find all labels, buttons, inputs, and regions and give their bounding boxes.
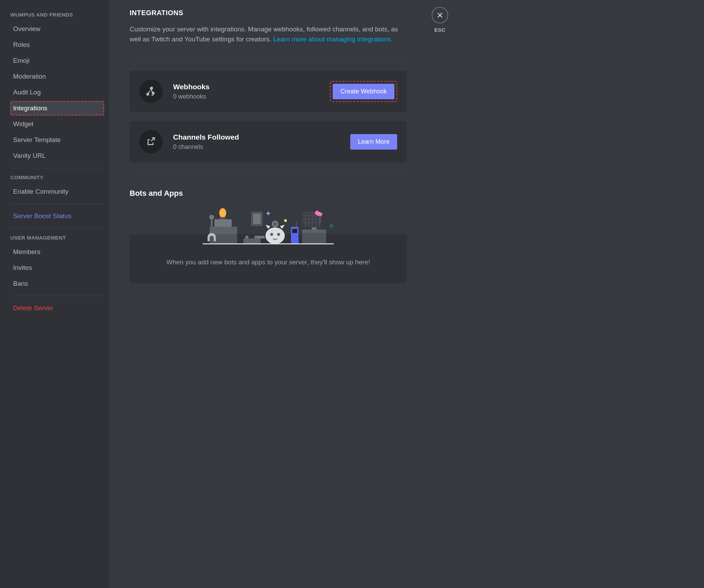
sidebar-divider — [10, 204, 104, 204]
page-title: INTEGRATIONS — [130, 9, 407, 17]
sidebar-item-vanity-url[interactable]: Vanity URL — [10, 149, 104, 163]
sidebar-header-server: WUMPUS AND FRIENDS — [10, 10, 104, 20]
main-content: ESC INTEGRATIONS Customize your server w… — [109, 0, 419, 588]
channels-followed-title: Channels Followed — [173, 133, 350, 141]
sidebar-item-enable-community[interactable]: Enable Community — [10, 184, 104, 199]
webhooks-count: 0 webhooks — [173, 93, 330, 100]
svg-rect-18 — [296, 221, 297, 227]
webhooks-card: Webhooks 0 webhooks Create Webhook — [130, 71, 407, 112]
page-description: Customize your server with integrations.… — [130, 24, 407, 44]
bots-apps-title: Bots and Apps — [130, 189, 407, 198]
svg-rect-21 — [312, 227, 316, 230]
sidebar-header-user-management: USER MANAGEMENT — [10, 233, 104, 243]
learn-more-wrap: Learn More — [350, 134, 397, 150]
learn-more-button[interactable]: Learn More — [350, 134, 397, 150]
channels-followed-count: 0 channels — [173, 143, 350, 151]
content-divider — [130, 175, 407, 176]
close-icon — [432, 7, 448, 23]
sidebar-item-overview[interactable]: Overview — [10, 22, 104, 36]
sidebar-divider — [10, 228, 104, 229]
sidebar-item-integrations[interactable]: Integrations — [10, 101, 104, 115]
svg-rect-17 — [292, 229, 297, 233]
svg-rect-0 — [203, 243, 334, 244]
sidebar-item-audit-log[interactable]: Audit Log — [10, 85, 104, 100]
settings-sidebar: WUMPUS AND FRIENDS Overview Roles Emoji … — [0, 0, 109, 588]
svg-rect-3 — [214, 219, 232, 227]
sidebar-item-invites[interactable]: Invites — [10, 261, 104, 275]
svg-rect-9 — [253, 214, 261, 224]
svg-point-12 — [270, 233, 273, 236]
sidebar-header-community: COMMUNITY — [10, 173, 104, 182]
svg-rect-7 — [211, 219, 212, 227]
svg-rect-23 — [319, 216, 321, 223]
svg-rect-24 — [243, 239, 261, 243]
sidebar-item-bans[interactable]: Bans — [10, 276, 104, 291]
svg-point-13 — [277, 233, 280, 236]
create-webhook-button[interactable]: Create Webhook — [333, 84, 394, 99]
close-button[interactable]: ESC — [432, 7, 448, 33]
sidebar-divider — [10, 296, 104, 296]
webhooks-title: Webhooks — [173, 83, 330, 91]
bots-apps-illustration — [130, 204, 407, 247]
svg-rect-2 — [210, 227, 237, 234]
learn-more-link[interactable]: Learn more about managing integrations. — [273, 36, 393, 43]
svg-point-6 — [209, 215, 214, 220]
sidebar-item-emoji[interactable]: Emoji — [10, 53, 104, 68]
sidebar-item-widget[interactable]: Widget — [10, 117, 104, 131]
sidebar-item-moderation[interactable]: Moderation — [10, 69, 104, 84]
svg-point-15 — [274, 223, 276, 225]
webhook-icon — [139, 80, 163, 103]
channels-followed-card: Channels Followed 0 channels Learn More — [130, 121, 407, 162]
svg-point-10 — [284, 219, 287, 222]
channels-followed-icon — [139, 130, 163, 153]
sidebar-divider — [10, 168, 104, 168]
sidebar-item-delete-server[interactable]: Delete Server — [10, 301, 104, 315]
sidebar-item-server-template[interactable]: Server Template — [10, 133, 104, 147]
bots-apps-empty-text: When you add new bots and apps to your s… — [140, 258, 396, 266]
sidebar-item-roles[interactable]: Roles — [10, 38, 104, 52]
svg-rect-5 — [220, 217, 225, 219]
svg-point-11 — [265, 227, 285, 244]
sidebar-item-boost-status[interactable]: Server Boost Status — [10, 209, 104, 223]
create-webhook-highlight: Create Webhook — [330, 81, 397, 102]
svg-rect-26 — [254, 236, 265, 239]
svg-rect-20 — [302, 230, 326, 233]
esc-label: ESC — [434, 27, 445, 33]
svg-point-25 — [245, 235, 249, 239]
content-divider — [130, 57, 407, 58]
svg-point-4 — [219, 208, 226, 218]
sidebar-item-members[interactable]: Members — [10, 245, 104, 259]
